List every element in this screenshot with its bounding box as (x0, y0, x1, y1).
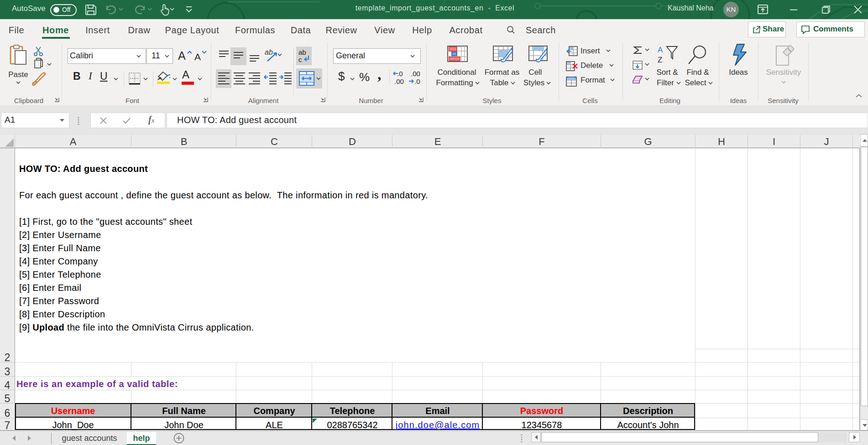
svg-text:ab: ab (265, 48, 273, 56)
svg-text:.00: .00 (411, 70, 420, 78)
svg-text:Z: Z (658, 56, 662, 64)
svg-text:.0: .0 (414, 78, 420, 85)
svg-text:c: c (298, 56, 302, 63)
svg-text:A: A (658, 46, 663, 54)
svg-text:.00: .00 (394, 78, 404, 85)
svg-text:ab: ab (298, 48, 306, 56)
